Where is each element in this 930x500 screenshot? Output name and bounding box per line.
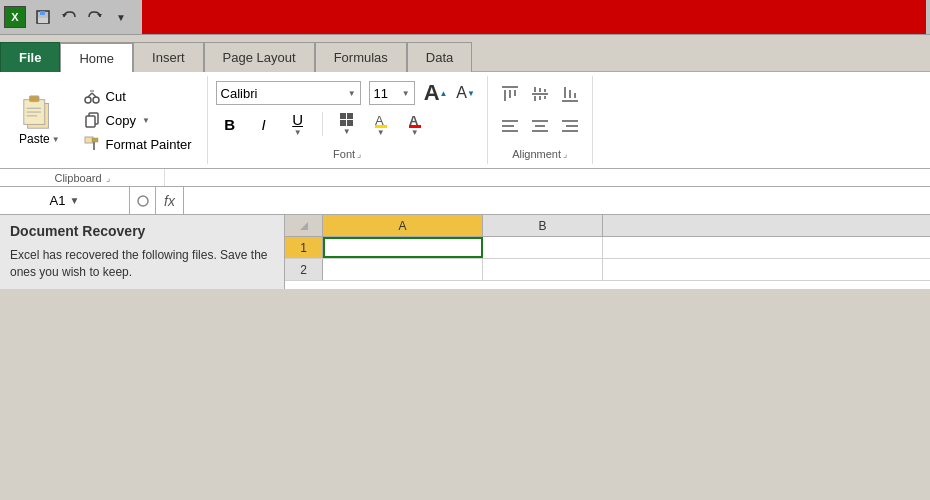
align-middle-icon — [530, 84, 550, 104]
alignment-group: Alignment ⌟ — [488, 76, 593, 164]
font-group: Calibri ▼ 11 ▼ A▲ A▼ B I — [208, 76, 488, 164]
increase-font-button[interactable]: A▲ — [423, 80, 449, 106]
borders-dropdown-arrow[interactable]: ▼ — [343, 127, 351, 136]
column-header-a[interactable]: A — [323, 215, 483, 236]
grid-area: A B 1 2 — [285, 215, 930, 289]
title-bar-right — [142, 0, 926, 34]
tab-formulas[interactable]: Formulas — [315, 42, 407, 72]
clipboard-label: Clipboard ⌟ — [0, 169, 165, 186]
font-group-expand[interactable]: ⌟ — [357, 149, 361, 159]
svg-rect-1 — [40, 11, 45, 15]
font-size-selector[interactable]: 11 ▼ — [369, 81, 415, 105]
formula-input[interactable] — [184, 191, 930, 210]
italic-button[interactable]: I — [250, 110, 278, 138]
font-name-row: Calibri ▼ 11 ▼ A▲ A▼ — [216, 80, 479, 106]
recovery-description: Excel has recovered the following files.… — [10, 247, 274, 281]
font-color-button[interactable]: A ▼ — [401, 110, 429, 138]
undo-button[interactable] — [56, 4, 82, 30]
spreadsheet-area: Document Recovery Excel has recovered th… — [0, 215, 930, 289]
font-color-icon: A — [407, 112, 423, 128]
clipboard-actions: Cut Copy ▼ Format Painter — [71, 80, 199, 160]
save-button[interactable] — [30, 4, 56, 30]
customize-qat-button[interactable]: ▼ — [108, 4, 134, 30]
alignment-group-expand[interactable]: ⌟ — [563, 149, 567, 159]
copy-dropdown-arrow[interactable]: ▼ — [142, 116, 150, 125]
align-bottom-button[interactable] — [556, 80, 584, 108]
name-box-dropdown-arrow[interactable]: ▼ — [70, 195, 80, 206]
row-header-2[interactable]: 2 — [285, 259, 323, 280]
cell-a2[interactable] — [323, 259, 483, 280]
expand-icon — [136, 194, 150, 208]
table-row: 2 — [285, 259, 930, 281]
svg-line-13 — [88, 93, 92, 97]
align-right-icon — [560, 116, 580, 136]
tab-insert[interactable]: Insert — [133, 42, 204, 72]
font-name-dropdown-arrow[interactable]: ▼ — [348, 89, 356, 98]
bold-button[interactable]: B — [216, 110, 244, 138]
paste-button[interactable]: Paste ▼ — [8, 80, 71, 160]
cell-b2[interactable] — [483, 259, 603, 280]
copy-button[interactable]: Copy ▼ — [77, 109, 199, 131]
table-row: 1 — [285, 237, 930, 259]
align-bottom-icon — [560, 84, 580, 104]
alignment-row-1 — [496, 80, 584, 108]
decrease-font-button[interactable]: A▼ — [453, 80, 479, 106]
paste-dropdown-arrow[interactable]: ▼ — [52, 135, 60, 144]
tab-page-layout[interactable]: Page Layout — [204, 42, 315, 72]
tab-data[interactable]: Data — [407, 42, 472, 72]
fill-color-button[interactable]: A ▼ — [367, 110, 395, 138]
corner-cell[interactable] — [285, 215, 323, 236]
svg-line-14 — [92, 93, 96, 97]
title-bar: X ▼ — [0, 0, 930, 35]
row-header-1[interactable]: 1 — [285, 237, 323, 258]
format-painter-button[interactable]: Format Painter — [77, 133, 199, 155]
fill-color-icon: A — [373, 112, 389, 128]
alignment-group-label: Alignment ⌟ — [496, 144, 584, 160]
align-center-icon — [530, 116, 550, 136]
formula-expand-button[interactable] — [130, 187, 156, 214]
ribbon-label-spacer — [165, 169, 930, 186]
svg-rect-7 — [30, 96, 40, 102]
align-top-icon — [500, 84, 520, 104]
font-name-selector[interactable]: Calibri ▼ — [216, 81, 361, 105]
svg-rect-17 — [86, 116, 95, 127]
align-top-button[interactable] — [496, 80, 524, 108]
cell-b1[interactable] — [483, 237, 603, 258]
copy-icon — [84, 112, 100, 128]
align-right-button[interactable] — [556, 112, 584, 140]
font-group-label: Font ⌟ — [216, 144, 479, 160]
align-left-button[interactable] — [496, 112, 524, 140]
cut-button[interactable]: Cut — [77, 85, 199, 107]
svg-rect-2 — [38, 18, 48, 23]
fx-label: fx — [156, 187, 184, 214]
corner-triangle-icon — [300, 222, 308, 230]
name-box[interactable]: A1 ▼ — [0, 187, 130, 214]
separator — [322, 112, 323, 136]
underline-button[interactable]: U ▼ — [284, 110, 312, 138]
column-headers: A B — [285, 215, 930, 237]
paste-icon — [21, 94, 57, 132]
align-left-icon — [500, 116, 520, 136]
align-center-button[interactable] — [526, 112, 554, 140]
column-header-b[interactable]: B — [483, 215, 603, 236]
svg-point-12 — [93, 97, 99, 103]
grid-rows: 1 2 — [285, 237, 930, 281]
cell-a1[interactable] — [323, 237, 483, 258]
tab-home[interactable]: Home — [60, 42, 133, 72]
borders-icon — [340, 113, 354, 127]
clipboard-group-expand[interactable]: ⌟ — [106, 173, 110, 183]
borders-button[interactable]: ▼ — [333, 110, 361, 138]
ribbon: Paste ▼ Cut — [0, 71, 930, 169]
underline-dropdown-arrow[interactable]: ▼ — [294, 128, 302, 137]
alignment-row-2 — [496, 112, 584, 140]
ribbon-group-labels-row: Clipboard ⌟ — [0, 169, 930, 187]
excel-icon: X — [4, 6, 26, 28]
tab-file[interactable]: File — [0, 42, 60, 72]
svg-marker-21 — [92, 138, 98, 142]
svg-point-11 — [85, 97, 91, 103]
align-middle-button[interactable] — [526, 80, 554, 108]
recovery-panel: Document Recovery Excel has recovered th… — [0, 215, 285, 289]
redo-button[interactable] — [82, 4, 108, 30]
scissors-icon — [84, 88, 100, 104]
font-size-dropdown-arrow[interactable]: ▼ — [402, 89, 410, 98]
